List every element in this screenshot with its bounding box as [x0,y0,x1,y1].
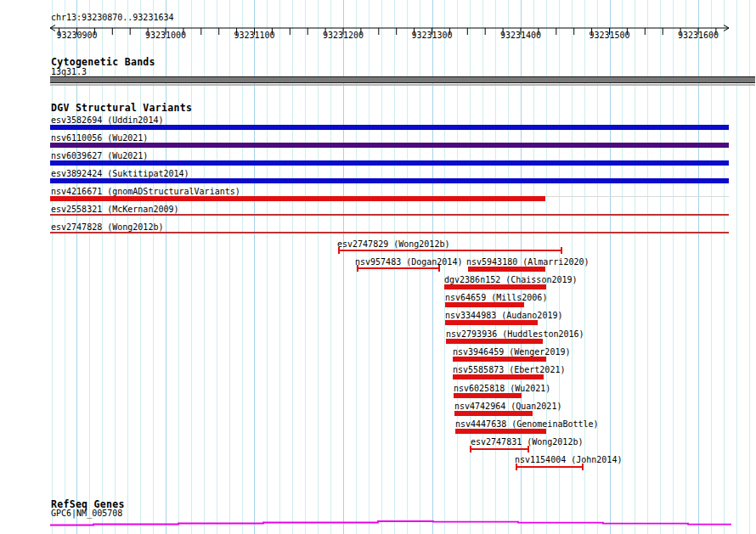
variant-label[interactable]: esv2558321 (McKernan2009) [51,205,179,214]
variant-bar[interactable] [445,320,538,325]
variant-range-cap [561,247,562,254]
tick-label: 93230900 [56,31,97,40]
variant-label[interactable]: nsv4447638 (GenomeinaBottle) [455,419,599,429]
variant-bar[interactable] [50,125,729,130]
variant-bar[interactable] [454,393,522,398]
variant-range-line[interactable] [338,250,562,251]
variant-range-cap [357,265,358,272]
variant-label[interactable]: esv3582694 (Uddin2014) [51,115,163,125]
cytoband-bar[interactable] [50,76,755,83]
variant-label[interactable]: nsv6025818 (Wu2021) [454,384,550,393]
variant-label[interactable]: esv2747828 (Wong2012b) [51,222,163,232]
tick-label: 93231500 [589,31,629,40]
variant-range-cap [438,265,440,272]
genome-browser-view: chr13:93230870..93231634 932309009323100… [0,0,756,534]
variant-label[interactable]: nsv1154004 (John2014) [515,455,622,464]
dgv-section-title: DGV Structural Variants [51,103,192,113]
tick-label: 93231000 [145,31,186,40]
tick-label: 93231300 [411,31,452,40]
variant-range-cap [470,446,471,452]
variant-label[interactable]: esv3892424 (Suktitipat2014) [51,169,189,178]
tick-label: 93231600 [678,31,719,40]
variant-range-cap [582,464,584,470]
variant-range-cap [516,464,517,470]
variant-label[interactable]: nsv957483 (Dogan2014) [355,257,462,267]
variant-range-cap [528,446,529,452]
variant-label[interactable]: nsv5943180 (Almarri2020) [466,257,590,267]
ruler-axis [0,0,756,44]
variant-label[interactable]: nsv4742964 (Quan2021) [454,402,561,411]
cytogenetic-section-title: Cytogenetic Bands [51,57,155,67]
variant-bar[interactable] [445,302,524,307]
variant-label[interactable]: nsv4216671 (gnomADStructuralVariants) [51,187,240,196]
variant-label[interactable]: nsv2793936 (Huddleston2016) [446,329,584,339]
variant-bar[interactable] [453,374,544,379]
variant-bar[interactable] [50,143,729,148]
variant-range-line[interactable] [516,466,584,468]
variant-thin-line[interactable] [50,232,729,233]
tick-label: 93231100 [234,31,274,40]
variant-label[interactable]: nsv64659 (Mills2006) [445,293,547,302]
variant-bar[interactable] [50,160,729,166]
variant-bar[interactable] [455,429,546,434]
variant-bar[interactable] [454,411,533,416]
cytoband-bar-shadow [50,84,755,86]
variant-bar[interactable] [468,267,545,272]
variant-thin-line[interactable] [50,214,729,216]
variant-bar[interactable] [444,284,546,289]
variant-bar[interactable] [50,196,545,201]
tick-label: 93231200 [323,31,364,40]
tick-label: 93231400 [500,31,541,40]
variant-label[interactable]: nsv3344983 (Audano2019) [445,311,562,320]
variant-label[interactable]: nsv6039627 (Wu2021) [51,151,148,160]
variant-bar[interactable] [50,178,729,183]
variant-label[interactable]: esv2747829 (Wong2012b) [337,239,449,249]
cytoband-label[interactable]: 13q31.3 [51,67,87,76]
variant-label[interactable]: nsv5585873 (Ebert2021) [453,365,565,374]
variant-range-line[interactable] [470,448,529,450]
variant-label[interactable]: nsv3946459 (Wenger2019) [453,347,570,357]
variant-range-cap [338,247,340,254]
refseq-gene-label[interactable]: GPC6|NM_005708 [51,509,122,518]
variant-range-line[interactable] [357,267,440,269]
variant-bar[interactable] [453,357,546,362]
variant-label[interactable]: nsv6110056 (Wu2021) [51,133,148,143]
variant-label[interactable]: dgv2386n152 (Chaisson2019) [444,275,578,284]
variant-bar[interactable] [446,339,543,344]
